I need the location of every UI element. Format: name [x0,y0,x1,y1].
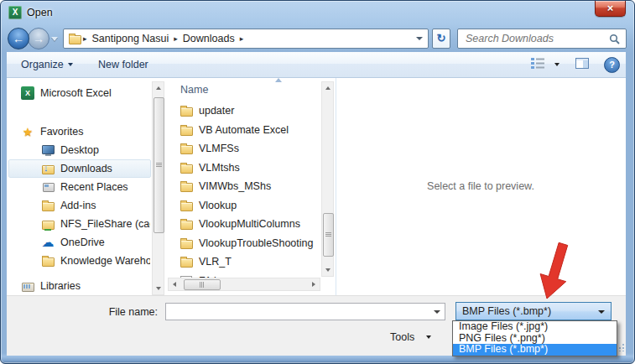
folder-icon [180,123,193,137]
file-type-options-list: Image Files (*.jpg*) PNG Files (*.png*) … [452,320,617,356]
file-name-label: Vlookup [199,200,237,211]
views-button[interactable] [531,52,560,77]
file-type-option[interactable]: BMP Files (*.bmp*) [453,344,617,356]
cloud-icon [41,236,55,249]
history-dropdown-icon[interactable] [51,37,58,41]
sidebar-item[interactable]: Downloads [8,159,151,178]
sort-ascending-icon[interactable] [275,78,282,82]
refresh-button[interactable] [432,29,450,49]
folder-icon [180,199,193,212]
file-name-input[interactable] [168,304,431,319]
tools-button[interactable]: Tools [390,329,431,346]
open-dialog: Open × ▸ Santipong Nasui ▸ Downloads ▸ [0,0,635,364]
breadcrumb-separator-icon: ▸ [81,34,89,43]
file-name-label: VLMtshs [199,162,240,174]
navigation-pane: Microsoft Excel Favorites Desktop Downlo… [8,84,151,295]
sidebar-item-label: Libraries [40,280,81,292]
close-button[interactable]: × [595,1,626,17]
breadcrumb-item[interactable]: Downloads [180,33,238,44]
views-icon [531,58,545,71]
search-icon [609,34,620,44]
file-name-label: VlookupTroubleShooting [199,237,313,249]
folder-icon [180,104,193,117]
address-dropdown-icon[interactable] [416,37,423,40]
file-list-item[interactable]: VlookupMultiColumns [168,215,320,234]
file-type-option[interactable]: PNG Files (*.png*) [453,333,617,345]
breadcrumb-item[interactable]: Santipong Nasui [89,33,173,44]
help-icon: ? [604,57,620,73]
recent-icon [41,180,55,194]
file-list-item[interactable]: VLMFSs [168,139,320,159]
file-name-label: updater [199,105,234,117]
sidebar-item[interactable]: Desktop [8,141,151,159]
breadcrumb-separator-icon: ▸ [172,34,180,43]
excel-app-icon [8,6,22,19]
sidebar-scrollbar[interactable] [152,81,164,295]
file-list-item[interactable]: VIMWbs_MShs [168,177,320,196]
chevron-down-icon [598,310,605,314]
search-box [457,29,627,49]
file-list-item[interactable]: updater [168,101,320,121]
sidebar-item[interactable]: Libraries [8,277,151,295]
filelist-horizontal-scrollbar[interactable] [168,278,320,291]
sidebar-item-label: Add-ins [60,200,96,211]
sharefolder-icon [41,217,55,231]
sidebar-item[interactable]: Microsoft Excel [8,84,151,102]
sidebar-item-label: NFS_FileShare (caosdfs [60,218,151,230]
chevron-down-icon [426,335,431,339]
sidebar-item-label: Microsoft Excel [40,87,112,99]
address-bar[interactable]: ▸ Santipong Nasui ▸ Downloads ▸ [63,29,429,49]
sidebar-item[interactable]: Recent Places [8,178,151,196]
file-list-item[interactable]: VLR_T [168,252,320,272]
file-name-label: File name: [84,306,158,318]
chevron-down-icon [68,63,73,66]
star-icon [21,125,34,138]
organize-button[interactable]: Organize [21,52,73,77]
file-list-item[interactable]: VB Automate Excel [168,121,320,140]
file-type-value: BMP Files (*.bmp*) [462,305,551,317]
sidebar-item[interactable]: NFS_FileShare (caosdfs [8,215,151,233]
file-list-item[interactable]: VLMtshs [168,159,320,178]
breadcrumb-separator-icon: ▸ [238,34,246,43]
desktop-icon [41,143,55,157]
column-header-name[interactable]: Name [180,84,208,96]
back-button[interactable] [8,28,29,49]
sidebar-item[interactable]: OneDrive [8,233,151,252]
sidebar-item-label: Recent Places [60,181,128,193]
sidebar-item-label: Desktop [60,144,99,156]
location-folder-icon [68,32,81,45]
sidebar-item-label: OneDrive [60,237,105,248]
chevron-down-icon[interactable] [434,310,440,314]
downloads-icon [41,162,55,175]
file-list-item[interactable]: VlookupTroubleShooting [168,234,320,253]
folder-icon [41,254,55,268]
file-type-option[interactable]: Image Files (*.jpg*) [453,321,617,333]
libraries-icon [21,279,34,293]
new-folder-label: New folder [98,59,148,70]
file-name-label: VLMFSs [199,143,239,154]
folder-icon [180,161,193,174]
breadcrumb: ▸ Santipong Nasui ▸ Downloads [81,33,238,44]
file-name-label: VB Automate Excel [199,124,289,136]
sidebar-item[interactable]: Add-ins [8,196,151,215]
forward-button[interactable] [28,28,49,49]
folder-icon [180,142,193,155]
folder-icon [180,237,193,250]
file-name-label: VLR_T [199,256,232,268]
new-folder-button[interactable]: New folder [98,52,148,77]
help-button[interactable]: ? [604,52,620,77]
command-bar: Organize New folder ? [7,52,626,78]
window-title: Open [27,7,53,18]
preview-pane-button[interactable] [575,52,589,77]
file-list-item[interactable]: Vlookup [168,196,320,216]
title-bar[interactable]: Open [8,4,53,21]
filelist-vertical-scrollbar[interactable] [321,81,334,277]
sidebar-item[interactable]: Favorites [8,122,151,141]
file-type-dropdown[interactable]: BMP Files (*.bmp*) [455,302,612,320]
file-name-label: VlookupMultiColumns [199,218,300,230]
excel-icon [21,86,34,100]
sidebar-item[interactable]: Knowledge Warehouse [8,252,151,270]
file-name-combobox [165,303,445,320]
search-input[interactable] [458,33,607,44]
tools-label: Tools [390,331,414,343]
